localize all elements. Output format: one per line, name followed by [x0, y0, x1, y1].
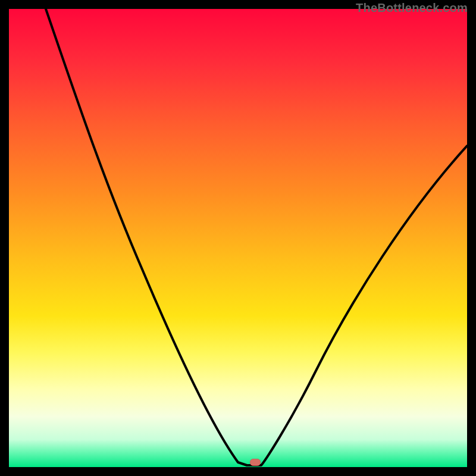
plot-area [9, 9, 467, 467]
bottleneck-curve [9, 9, 467, 467]
attribution-watermark: TheBottleneck.com [356, 1, 468, 15]
optimal-point-marker [250, 459, 261, 466]
curve-path [46, 9, 467, 465]
chart-container: TheBottleneck.com [0, 0, 476, 476]
